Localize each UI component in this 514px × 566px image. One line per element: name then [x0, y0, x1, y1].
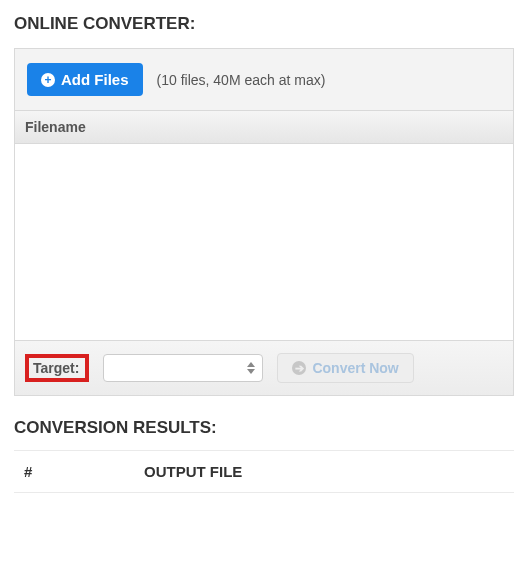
results-col-num: #	[24, 463, 144, 480]
add-icon: +	[41, 73, 55, 87]
target-highlight: Target:	[25, 354, 89, 382]
convert-now-label: Convert Now	[312, 360, 398, 376]
convert-now-button[interactable]: ➔ Convert Now	[277, 353, 413, 383]
target-select[interactable]	[103, 354, 263, 382]
files-note: (10 files, 40M each at max)	[157, 72, 326, 88]
add-files-label: Add Files	[61, 71, 129, 88]
results-col-file: OUTPUT FILE	[144, 463, 242, 480]
converter-title: ONLINE CONVERTER:	[14, 14, 514, 34]
target-label: Target:	[31, 360, 79, 376]
converter-toolbar: + Add Files (10 files, 40M each at max)	[15, 49, 513, 111]
results-table-head: # OUTPUT FILE	[14, 450, 514, 493]
files-list	[15, 144, 513, 340]
converter-footer: Target: ➔ Convert Now	[15, 340, 513, 395]
target-select-wrap	[103, 354, 263, 382]
converter-panel: + Add Files (10 files, 40M each at max) …	[14, 48, 514, 396]
add-files-button[interactable]: + Add Files	[27, 63, 143, 96]
arrow-right-icon: ➔	[292, 361, 306, 375]
filename-header: Filename	[15, 111, 513, 144]
results-title: CONVERSION RESULTS:	[14, 418, 514, 438]
